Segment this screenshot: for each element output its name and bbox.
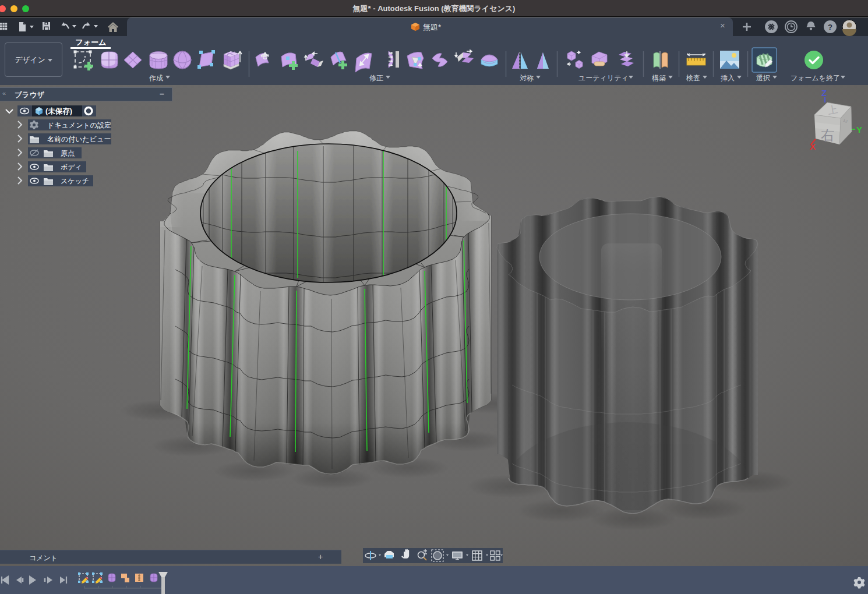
svg-text:(未保存): (未保存)	[45, 107, 72, 115]
svg-text:フォームを終了: フォームを終了	[791, 74, 840, 82]
svg-text:修正: 修正	[369, 74, 383, 82]
svg-text:Z: Z	[821, 88, 827, 98]
svg-text:右: 右	[821, 128, 834, 143]
svg-text:ボディ: ボディ	[61, 163, 82, 171]
svg-text:Y: Y	[856, 125, 862, 135]
svg-text:スケッチ: スケッチ	[61, 177, 89, 185]
svg-text:対称: 対称	[520, 74, 534, 82]
svg-text:検査: 検査	[686, 74, 700, 82]
svg-text:構築: 構築	[652, 74, 666, 82]
svg-text:?: ?	[828, 23, 832, 31]
svg-text:選択: 選択	[756, 74, 770, 82]
svg-text:作成: 作成	[149, 74, 163, 82]
svg-text:原点: 原点	[61, 149, 75, 157]
svg-text:挿入: 挿入	[721, 74, 735, 82]
svg-text:ユーティリティ: ユーティリティ	[578, 74, 629, 82]
svg-text:ドキュメントの設定: ドキュメントの設定	[47, 121, 111, 129]
svg-text:上: 上	[827, 104, 838, 116]
svg-text:名前の付いたビュー: 名前の付いたビュー	[47, 135, 111, 143]
